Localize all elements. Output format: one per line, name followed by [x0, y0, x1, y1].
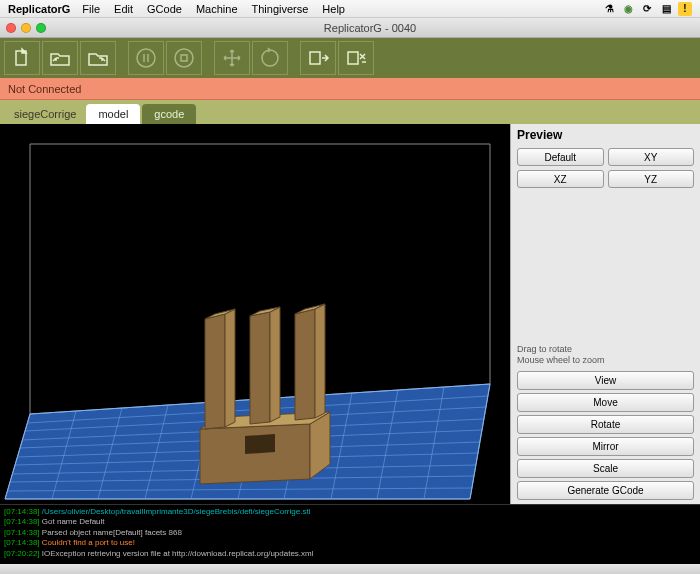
view-xz-button[interactable]: XZ [517, 170, 604, 188]
menu-edit[interactable]: Edit [114, 3, 133, 15]
menu-help[interactable]: Help [322, 3, 345, 15]
mirror-button[interactable]: Mirror [517, 437, 694, 456]
view-xy-button[interactable]: XY [608, 148, 695, 166]
rotate-button[interactable]: Rotate [517, 415, 694, 434]
window-titlebar: ReplicatorG - 0040 [0, 18, 700, 38]
svg-marker-40 [250, 312, 270, 424]
send-gcode-button[interactable] [300, 41, 336, 75]
stop-button[interactable] [166, 41, 202, 75]
move-arrows-button[interactable] [214, 41, 250, 75]
connection-status: Not Connected [0, 78, 700, 100]
app-name: ReplicatorG [8, 3, 70, 15]
svg-marker-41 [270, 307, 280, 422]
model-object [200, 304, 330, 484]
menu-thingiverse[interactable]: Thingiverse [252, 3, 309, 15]
toolbar [0, 38, 700, 78]
viewport-hint: Drag to rotate Mouse wheel to zoom [517, 344, 694, 367]
zoom-button[interactable] [36, 23, 46, 33]
reset-button[interactable] [252, 41, 288, 75]
preview-sidebar: Preview Default XY XZ YZ Drag to rotate … [510, 124, 700, 504]
export-gcode-button[interactable] [338, 41, 374, 75]
file-label: siegeCorrige [4, 104, 86, 124]
main-area: Preview Default XY XZ YZ Drag to rotate … [0, 124, 700, 504]
scale-button[interactable]: Scale [517, 459, 694, 478]
viewport-scene [0, 124, 510, 504]
view-default-button[interactable]: Default [517, 148, 604, 166]
svg-point-4 [175, 49, 193, 67]
menubar-status-icons: ⚗ ◉ ⟳ ▤ ! [602, 2, 692, 16]
document-icon[interactable]: ▤ [659, 2, 673, 16]
view-button[interactable]: View [517, 371, 694, 390]
svg-point-6 [262, 50, 278, 66]
preview-title: Preview [517, 128, 694, 142]
menu-file[interactable]: File [82, 3, 100, 15]
3d-viewport[interactable] [0, 124, 510, 504]
menu-gcode[interactable]: GCode [147, 3, 182, 15]
camera-icon[interactable]: ◉ [621, 2, 635, 16]
svg-rect-5 [181, 55, 187, 61]
svg-point-1 [137, 49, 155, 67]
status-text: Not Connected [8, 83, 81, 95]
new-button[interactable] [4, 41, 40, 75]
tab-row: siegeCorrige model gcode [0, 100, 700, 124]
warning-icon[interactable]: ! [678, 2, 692, 16]
svg-marker-43 [315, 304, 325, 418]
generate-gcode-button[interactable]: Generate GCode [517, 481, 694, 500]
svg-rect-8 [348, 52, 358, 64]
open-button[interactable] [42, 41, 78, 75]
sync-icon[interactable]: ⟳ [640, 2, 654, 16]
svg-marker-39 [225, 309, 235, 427]
view-yz-button[interactable]: YZ [608, 170, 695, 188]
menu-machine[interactable]: Machine [196, 3, 238, 15]
svg-rect-7 [310, 52, 320, 64]
close-button[interactable] [6, 23, 16, 33]
traffic-lights [6, 23, 46, 33]
move-button[interactable]: Move [517, 393, 694, 412]
svg-marker-38 [205, 314, 225, 429]
console-output[interactable]: [07:14:38] /Users/olivier/Desktop/travai… [0, 504, 700, 564]
svg-marker-42 [295, 309, 315, 420]
tab-gcode[interactable]: gcode [142, 104, 196, 124]
window-title: ReplicatorG - 0040 [46, 22, 694, 34]
svg-marker-47 [245, 434, 275, 454]
tab-model[interactable]: model [86, 104, 140, 124]
window-footer [0, 564, 700, 574]
mac-menubar: ReplicatorG File Edit GCode Machine Thin… [0, 0, 700, 18]
flask-icon[interactable]: ⚗ [602, 2, 616, 16]
minimize-button[interactable] [21, 23, 31, 33]
svg-marker-35 [200, 424, 310, 484]
save-button[interactable] [80, 41, 116, 75]
pause-button[interactable] [128, 41, 164, 75]
